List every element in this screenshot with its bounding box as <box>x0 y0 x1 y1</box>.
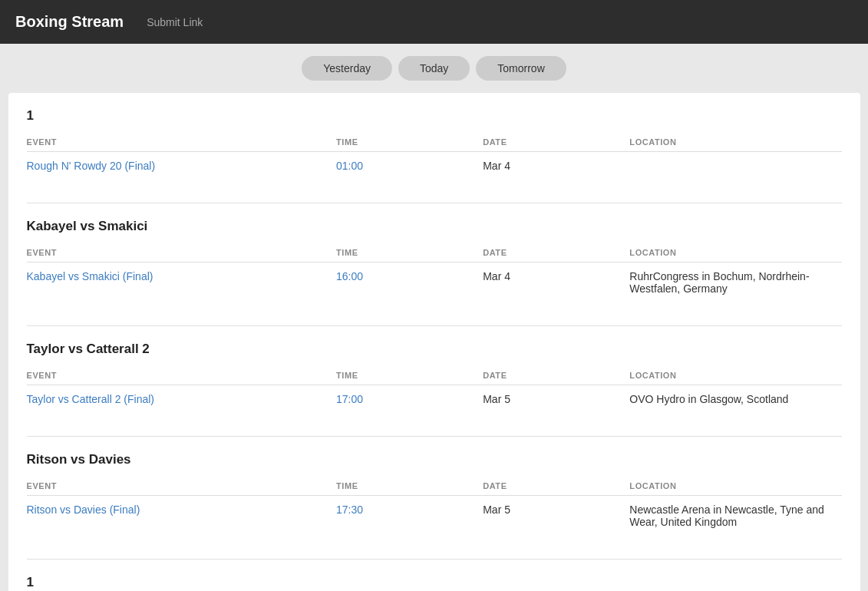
time-cell: 01:00 <box>336 152 483 180</box>
tab-yesterday[interactable]: Yesterday <box>302 56 392 81</box>
event-group-group-1: 1EVENTTIMEDATELOCATIONRough N' Rowdy 20 … <box>27 108 842 180</box>
location-cell <box>629 152 841 180</box>
event-link[interactable]: Kabayel vs Smakici (Final) <box>27 270 153 282</box>
col-header-date: DATE <box>483 133 629 152</box>
nav-bar: Yesterday Today Tomorrow <box>0 44 868 93</box>
event-cell[interactable]: Taylor vs Catterall 2 (Final) <box>27 385 337 414</box>
col-header-event: EVENT <box>27 243 337 262</box>
col-header-time: TIME <box>336 243 483 262</box>
time-cell: 17:00 <box>336 385 483 414</box>
event-group-group-ritson: Ritson vs DaviesEVENTTIMEDATELOCATIONRit… <box>27 452 842 536</box>
event-link[interactable]: Taylor vs Catterall 2 (Final) <box>27 393 155 405</box>
col-header-time: TIME <box>336 133 483 152</box>
event-table: EVENTTIMEDATELOCATIONTaylor vs Catterall… <box>27 366 842 413</box>
brand-title: Boxing Stream <box>15 13 124 31</box>
section-divider <box>27 203 842 203</box>
group-title: 1 <box>27 575 842 590</box>
section-divider <box>27 325 842 326</box>
section-divider <box>27 436 842 437</box>
event-group-group-kabayel: Kabayel vs SmakiciEVENTTIMEDATELOCATIONK… <box>27 219 842 302</box>
date-cell: Mar 5 <box>483 385 629 414</box>
location-cell: OVO Hydro in Glasgow, Scotland <box>629 385 841 414</box>
group-title: Taylor vs Catterall 2 <box>27 342 842 357</box>
event-link[interactable]: Rough N' Rowdy 20 (Final) <box>27 160 156 172</box>
location-cell: Newcastle Arena in Newcastle, Tyne and W… <box>629 496 841 537</box>
event-group-group-taylor: Taylor vs Catterall 2EVENTTIMEDATELOCATI… <box>27 342 842 413</box>
col-header-location: LOCATION <box>629 133 841 152</box>
date-cell: Mar 5 <box>483 496 629 537</box>
event-cell[interactable]: Ritson vs Davies (Final) <box>27 496 337 537</box>
event-table: EVENTTIMEDATELOCATIONKabayel vs Smakici … <box>27 243 842 302</box>
location-cell: RuhrCongress in Bochum, Nordrhein-Westfa… <box>629 262 841 303</box>
group-title: 1 <box>27 108 842 124</box>
date-cell: Mar 4 <box>483 152 629 180</box>
table-row: Ritson vs Davies (Final)17:30Mar 5Newcas… <box>27 496 842 537</box>
col-header-location: LOCATION <box>629 243 841 262</box>
col-header-event: EVENT <box>27 366 337 385</box>
date-cell: Mar 4 <box>483 262 629 303</box>
table-row: Rough N' Rowdy 20 (Final)01:00Mar 4 <box>27 152 842 180</box>
col-header-time: TIME <box>336 477 483 496</box>
time-cell: 16:00 <box>336 262 483 303</box>
col-header-date: DATE <box>483 366 629 385</box>
tab-tomorrow[interactable]: Tomorrow <box>476 56 566 81</box>
table-row: Taylor vs Catterall 2 (Final)17:00Mar 5O… <box>27 385 842 414</box>
event-link[interactable]: Ritson vs Davies (Final) <box>27 504 140 516</box>
group-title: Ritson vs Davies <box>27 452 842 467</box>
col-header-location: LOCATION <box>629 366 841 385</box>
event-cell[interactable]: Rough N' Rowdy 20 (Final) <box>27 152 337 180</box>
col-header-event: EVENT <box>27 133 337 152</box>
event-group-group-kfc: 1EVENTTIMEDATELOCATIONKFC 37: Tierney vs… <box>27 575 842 591</box>
col-header-date: DATE <box>483 243 629 262</box>
group-title: Kabayel vs Smakici <box>27 219 842 234</box>
header: Boxing Stream Submit Link <box>0 0 868 44</box>
time-cell: 17:30 <box>336 496 483 537</box>
event-table: EVENTTIMEDATELOCATIONRough N' Rowdy 20 (… <box>27 133 842 180</box>
submit-link[interactable]: Submit Link <box>147 16 203 28</box>
section-divider <box>27 559 842 560</box>
event-table: EVENTTIMEDATELOCATIONRitson vs Davies (F… <box>27 477 842 536</box>
table-row: Kabayel vs Smakici (Final)16:00Mar 4Ruhr… <box>27 262 842 303</box>
event-cell[interactable]: Kabayel vs Smakici (Final) <box>27 262 337 303</box>
col-header-location: LOCATION <box>629 477 841 496</box>
main-content: 1EVENTTIMEDATELOCATIONRough N' Rowdy 20 … <box>8 93 860 591</box>
col-header-event: EVENT <box>27 477 337 496</box>
tab-today[interactable]: Today <box>398 56 470 81</box>
col-header-date: DATE <box>483 477 629 496</box>
col-header-time: TIME <box>336 366 483 385</box>
